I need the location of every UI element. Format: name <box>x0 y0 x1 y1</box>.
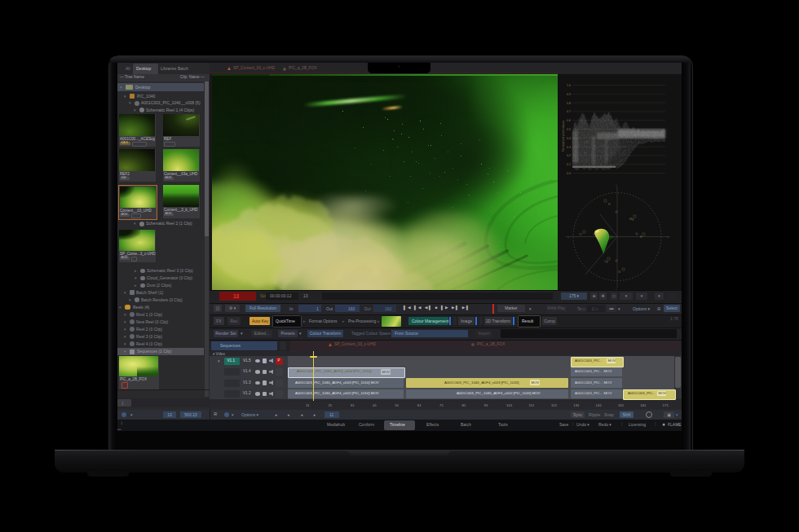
svg-text:0.6: 0.6 <box>567 119 571 122</box>
svg-text:0.3: 0.3 <box>567 145 571 148</box>
svg-text:B: B <box>640 235 642 239</box>
svg-text:R: R <box>608 203 611 206</box>
svg-text:0.4: 0.4 <box>567 136 571 139</box>
svg-text:0.8: 0.8 <box>567 101 571 104</box>
svg-text:0.1: 0.1 <box>567 163 571 166</box>
svg-text:Mg: Mg <box>629 218 633 221</box>
svg-text:+: + <box>567 235 569 239</box>
svg-text:G: G <box>618 270 620 274</box>
svg-text:0.9: 0.9 <box>567 92 571 95</box>
svg-text:Yl: Yl <box>579 233 582 236</box>
svg-text:0.5: 0.5 <box>567 128 571 131</box>
svg-text:0.7: 0.7 <box>567 110 571 113</box>
svg-text:Cy: Cy <box>604 260 608 263</box>
svg-text:0.0: 0.0 <box>567 172 571 175</box>
svg-text:1.0: 1.0 <box>567 84 571 87</box>
svg-text:+: + <box>667 235 669 239</box>
svg-text:Normalized pixel values: Normalized pixel values <box>562 120 565 151</box>
svg-text:0.2: 0.2 <box>567 154 571 157</box>
svg-text:+: + <box>616 183 617 187</box>
